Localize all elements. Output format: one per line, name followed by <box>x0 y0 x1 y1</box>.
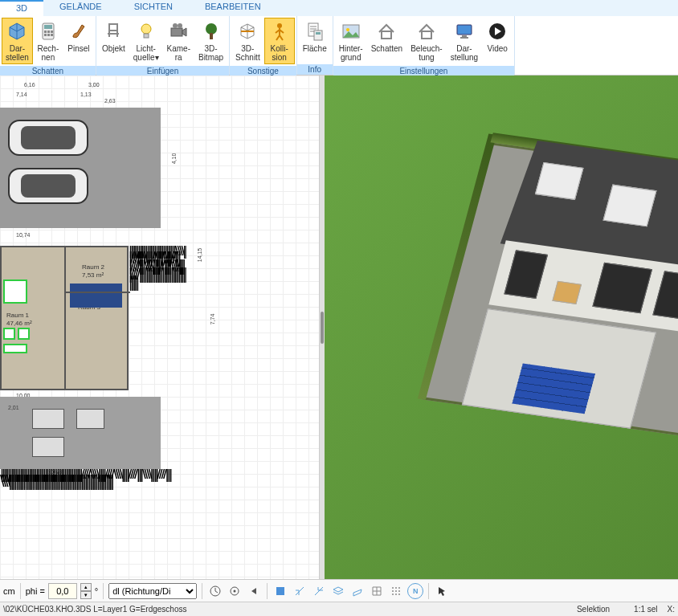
svg-rect-3 <box>47 31 50 33</box>
ribbon-label: stellen <box>6 53 29 62</box>
rechnen-button[interactable]: Rech-nen <box>33 18 63 64</box>
grid-icon[interactable] <box>369 583 385 599</box>
tab-sichten[interactable]: SICHTEN <box>118 0 189 16</box>
status-selection: Selektion <box>577 605 610 614</box>
2d-plan-view[interactable]: 6,16 3,00 7,14 1,13 2,63 10,74 14,15 7,7… <box>0 75 320 579</box>
svg-rect-14 <box>210 33 213 39</box>
ribbon-group-info: FlächeInfo <box>297 16 333 75</box>
calc-icon <box>37 20 59 43</box>
darstellen-button[interactable]: Dar-stellen <box>2 18 33 64</box>
furniture <box>3 344 27 353</box>
dim-label: 7,14 <box>16 92 27 97</box>
dim-label: 2,01 <box>8 405 19 410</box>
wall <box>64 247 66 389</box>
svg-point-20 <box>346 28 349 31</box>
room-name: Raum 1 <box>6 312 29 319</box>
tab-3d[interactable]: 3D <box>0 0 43 16</box>
schatten2-button[interactable]: Schatten <box>367 18 406 64</box>
darstellung-button[interactable]: Dar-stellung <box>447 18 482 64</box>
color-icon[interactable] <box>272 583 288 599</box>
ribbon-label: grund <box>341 53 361 62</box>
wall <box>64 292 130 293</box>
flaeche-button[interactable]: Fläche <box>299 18 331 63</box>
schnitt3d-button[interactable]: 3D-Schnitt <box>231 18 264 64</box>
direction-select[interactable]: dl (Richtung/Di <box>108 583 197 599</box>
phi-spinner[interactable]: ▲▼ <box>80 583 92 599</box>
svg-point-31 <box>392 587 394 589</box>
ribbon: Dar-stellenRech-nenPinselSchattenObjektL… <box>0 16 678 75</box>
north-icon[interactable]: N <box>407 583 423 599</box>
phi-input[interactable] <box>48 583 77 599</box>
ribbon-label: Kolli- <box>271 44 288 53</box>
phi-label: phi = <box>26 586 45 596</box>
furniture <box>3 279 27 304</box>
ribbon-group-einstellungen: Hinter-grundSchattenBeleuch-tungDar-stel… <box>333 16 515 75</box>
svg-rect-17 <box>314 31 322 40</box>
svg-rect-4 <box>51 31 53 33</box>
snap2-icon[interactable] <box>311 583 327 599</box>
car-icon <box>8 168 88 204</box>
beleuchtung-button[interactable]: Beleuch-tung <box>406 18 446 64</box>
dim-label: 3,00 <box>88 82 100 88</box>
dim-label: 7,74 <box>210 314 215 325</box>
objekt-button[interactable]: Objekt <box>98 18 129 64</box>
kamera-button[interactable]: Kame-ra <box>163 18 194 64</box>
house-footprint: Raum 1 47,46 m² Raum 2 7,53 m² Raum 3 <box>0 246 129 390</box>
svg-point-38 <box>395 594 397 595</box>
status-bar: \02\KÜCHE03.KHO.3DS L=Layer1 G=Erdgescho… <box>0 602 678 616</box>
room-area: 47,46 m² <box>6 320 32 327</box>
ribbon-label: quelle▾ <box>133 53 159 62</box>
ribbon-label: Licht- <box>136 44 155 53</box>
ribbon-group-einfügen: ObjektLicht-quelle▾Kame-ra3D-BitmapEinfü… <box>96 16 230 75</box>
tab-gelaende[interactable]: GELÄNDE <box>43 0 118 16</box>
tab-bearbeiten[interactable]: BEARBEITEN <box>189 0 277 16</box>
target-icon[interactable] <box>227 583 243 599</box>
svg-rect-1 <box>44 25 52 29</box>
chair-icon <box>102 20 125 43</box>
hintergrund-button[interactable]: Hinter-grund <box>335 18 367 64</box>
room-area: 7,53 m² <box>82 271 104 279</box>
svg-point-39 <box>398 594 400 595</box>
bitmap3d-button[interactable]: 3D-Bitmap <box>194 18 227 64</box>
svg-rect-22 <box>422 31 431 39</box>
furniture <box>32 437 64 457</box>
dotgrid-icon[interactable] <box>388 583 404 599</box>
room-name: Raum 2 <box>82 263 104 271</box>
house-icon <box>375 20 398 43</box>
status-ratio: 1:1 sel <box>634 605 657 614</box>
lichtquelle-button[interactable]: Licht-quelle▾ <box>129 18 163 64</box>
vegetation-sketch: ||||||||||||||||||||||||||||||||||||||||… <box>0 469 177 517</box>
svg-rect-9 <box>144 34 149 38</box>
svg-point-37 <box>392 594 394 595</box>
svg-point-13 <box>206 23 217 35</box>
pinsel-button[interactable]: Pinsel <box>63 18 94 64</box>
dim-label: 4,10 <box>171 153 177 165</box>
kollision-button[interactable]: Kolli-sion <box>264 18 295 64</box>
cursor-icon[interactable] <box>434 583 450 599</box>
3d-view[interactable] <box>325 75 678 579</box>
ribbon-label: Objekt <box>102 44 125 53</box>
ribbon-label: Hinter- <box>339 44 363 53</box>
lower-parking <box>0 397 161 469</box>
plane-icon[interactable] <box>349 583 366 599</box>
ribbon-label: Bitmap <box>198 53 223 62</box>
svg-point-11 <box>173 23 178 28</box>
svg-rect-10 <box>171 28 182 36</box>
svg-point-33 <box>398 587 400 589</box>
furniture <box>18 328 30 340</box>
bulb-icon <box>135 20 157 43</box>
status-file: \02\KÜCHE03.KHO.3DS L=Layer1 G=Erdgescho… <box>3 605 186 614</box>
dim-label: 1,13 <box>80 92 92 97</box>
stepback-icon[interactable] <box>246 583 262 599</box>
snap1-icon[interactable] <box>292 583 308 599</box>
layers-icon[interactable] <box>330 583 346 599</box>
clock-icon[interactable] <box>207 583 223 599</box>
svg-point-15 <box>277 23 282 28</box>
svg-point-34 <box>392 590 394 592</box>
ribbon-label: Fläche <box>303 44 327 53</box>
calcpaper-icon <box>304 20 326 43</box>
camera-icon <box>167 20 190 43</box>
dim-label: 14,15 <box>197 248 202 263</box>
video-button[interactable]: Video <box>482 18 513 64</box>
monitor-icon <box>453 20 476 43</box>
